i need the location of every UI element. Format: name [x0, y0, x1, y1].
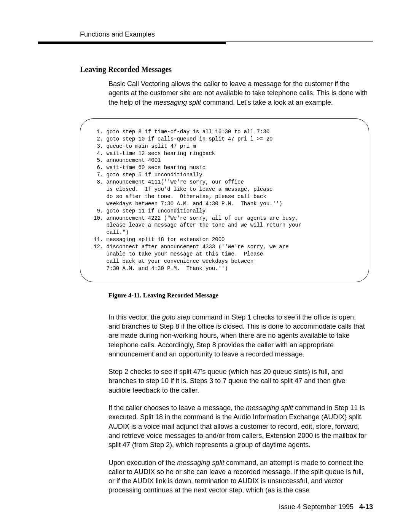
page-number: 4-13	[359, 503, 373, 511]
body-paragraphs: In this vector, the goto step command in…	[108, 313, 369, 495]
intro-paragraph: Basic Call Vectoring allows the caller t…	[108, 79, 369, 107]
intro-text-2: command. Let's take a look at an example…	[201, 99, 333, 106]
paragraph-4: Upon execution of the messaging split co…	[108, 458, 369, 495]
code-figure: 1. goto step 8 if time-of-day is all 16:…	[80, 118, 369, 282]
content-area: Leaving Recorded Messages Basic Call Vec…	[80, 65, 369, 495]
paragraph-1: In this vector, the goto step command in…	[108, 313, 369, 359]
p4-text-a: Upon execution of the	[108, 459, 177, 466]
page-footer: Issue 4 September 1995 4-13	[279, 503, 373, 511]
section-title: Leaving Recorded Messages	[80, 65, 369, 74]
issue-date: Issue 4 September 1995	[279, 503, 354, 511]
p4-command: messaging split	[177, 459, 224, 466]
running-head: Functions and Examples	[80, 30, 373, 38]
code-listing: 1. goto step 8 if time-of-day is all 16:…	[80, 118, 369, 282]
p1-command: goto step	[162, 313, 190, 321]
page: Functions and Examples Leaving Recorded …	[0, 0, 411, 532]
p3-text-a: If the caller chooses to leave a message…	[108, 404, 246, 412]
figure-caption: Figure 4-11. Leaving Recorded Message	[108, 292, 369, 299]
paragraph-3: If the caller chooses to leave a message…	[108, 403, 369, 449]
p1-text-a: In this vector, the	[108, 313, 162, 321]
intro-command: messaging split	[154, 99, 201, 106]
p3-command: messaging split	[246, 404, 293, 412]
header-rule-thick	[38, 42, 226, 44]
paragraph-2: Step 2 checks to see if split 47's queue…	[108, 367, 369, 395]
